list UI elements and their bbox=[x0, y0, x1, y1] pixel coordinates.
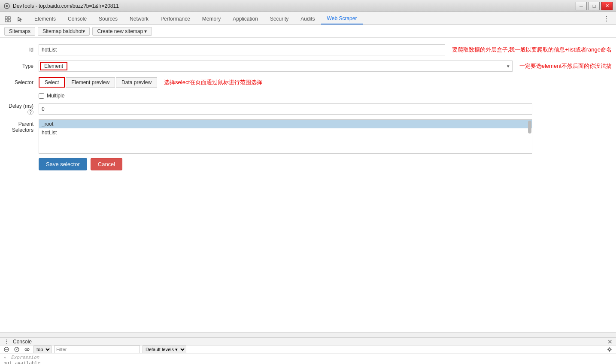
type-select-wrapper[interactable]: Element ▼ bbox=[39, 61, 513, 72]
expression-label: Expression bbox=[11, 355, 39, 360]
console-more-icon[interactable]: ⋮ bbox=[3, 338, 9, 345]
create-new-sitemap-button[interactable]: Create new sitemap ▾ bbox=[92, 27, 152, 36]
tab-performance[interactable]: Performance bbox=[155, 13, 196, 24]
sitemap-dropdown-button[interactable]: Sitemap baiduhot▾ bbox=[38, 27, 90, 36]
devtools-body: Id 要爬取数据的外层盒子,我一般以要爬取的信息+list或者range命名 T… bbox=[0, 38, 616, 337]
toolbar-row: Sitemaps Sitemap baiduhot▾ Create new si… bbox=[0, 25, 616, 38]
console-header: ⋮ Console ✕ bbox=[0, 338, 616, 346]
tab-elements[interactable]: Elements bbox=[28, 13, 62, 24]
console-content: » Expression not available bbox=[0, 354, 616, 364]
cancel-button[interactable]: Cancel bbox=[91, 158, 122, 170]
type-row: Type Element ▼ 一定要选element不然后面的你没法搞 bbox=[4, 60, 612, 72]
svg-rect-2 bbox=[8, 17, 10, 19]
tab-sources[interactable]: Sources bbox=[93, 13, 124, 24]
console-panel: ⋮ Console ✕ top Default leve bbox=[0, 337, 616, 364]
svg-rect-1 bbox=[5, 17, 7, 19]
restore-button[interactable]: □ bbox=[589, 2, 600, 10]
parent-selector-root[interactable]: _root bbox=[39, 120, 532, 128]
tab-network[interactable]: Network bbox=[124, 13, 155, 24]
selector-annotation: 选择select在页面通过鼠标进行范围选择 bbox=[164, 79, 262, 86]
scrollbar-thumb[interactable] bbox=[528, 121, 531, 133]
console-context-select[interactable]: top bbox=[33, 346, 52, 353]
main-area: Id 要爬取数据的外层盒子,我一般以要爬取的信息+list或者range命名 T… bbox=[0, 38, 616, 332]
console-close-button[interactable]: ✕ bbox=[607, 338, 613, 345]
parent-selectors-row: Parent Selectors _root hotList bbox=[4, 119, 612, 154]
sitemaps-button[interactable]: Sitemaps bbox=[4, 27, 35, 36]
filter-input[interactable] bbox=[54, 346, 140, 353]
tab-webscraper[interactable]: Web Scraper bbox=[321, 13, 363, 24]
svg-point-8 bbox=[27, 349, 28, 350]
inspect-icon[interactable] bbox=[3, 14, 13, 24]
devtools-tab-bar: Elements Console Sources Network Perform… bbox=[0, 12, 616, 25]
not-available-text: not available bbox=[3, 360, 40, 364]
title-bar: DevTools - top.baidu.com/buzz?b=1&fr=208… bbox=[0, 0, 616, 12]
type-badge: Element bbox=[40, 62, 67, 70]
close-button[interactable]: ✕ bbox=[601, 2, 613, 10]
tab-application[interactable]: Application bbox=[227, 13, 264, 24]
multiple-label: Multiple bbox=[47, 93, 64, 99]
tab-security[interactable]: Security bbox=[264, 13, 294, 24]
svg-rect-3 bbox=[5, 20, 7, 22]
selector-tab-select[interactable]: Select bbox=[39, 77, 65, 88]
minimize-button[interactable]: ─ bbox=[576, 2, 587, 10]
delay-label: Delay (ms) ? bbox=[4, 103, 39, 115]
save-selector-button[interactable]: Save selector bbox=[39, 158, 87, 170]
tab-console[interactable]: Console bbox=[62, 13, 93, 24]
id-annotation: 要爬取数据的外层盒子,我一般以要爬取的信息+list或者range命名 bbox=[452, 46, 612, 54]
type-label: Type bbox=[4, 63, 39, 69]
delay-help-icon[interactable]: ? bbox=[27, 109, 33, 115]
parent-selector-hotlist[interactable]: hotList bbox=[39, 128, 532, 137]
id-row: Id 要爬取数据的外层盒子,我一般以要爬取的信息+list或者range命名 bbox=[4, 44, 612, 56]
id-label: Id bbox=[4, 47, 39, 53]
delay-input[interactable] bbox=[39, 103, 532, 115]
eye-icon[interactable] bbox=[23, 346, 31, 353]
filter-icon[interactable] bbox=[13, 346, 21, 353]
selector-label: Selector bbox=[4, 79, 39, 85]
action-buttons: Save selector Cancel bbox=[4, 158, 612, 170]
id-input[interactable] bbox=[39, 44, 445, 55]
selector-tab-data-preview[interactable]: Data preview bbox=[116, 77, 157, 88]
multiple-row: Multiple bbox=[4, 93, 612, 99]
console-prompt: » bbox=[3, 355, 6, 360]
console-settings-icon[interactable] bbox=[606, 346, 613, 353]
clear-console-icon[interactable] bbox=[3, 346, 10, 353]
parent-selectors-box[interactable]: _root hotList bbox=[39, 119, 532, 154]
console-title: Console bbox=[13, 339, 32, 345]
selector-tabs: Select Element preview Data preview bbox=[39, 77, 157, 88]
default-levels-select[interactable]: Default levels ▾ bbox=[143, 346, 186, 353]
type-dropdown-arrow: ▼ bbox=[506, 64, 510, 69]
type-annotation: 一定要选element不然后面的你没法搞 bbox=[519, 62, 612, 70]
devtools-icon bbox=[3, 3, 10, 9]
multiple-checkbox[interactable] bbox=[39, 93, 44, 99]
console-toolbar: top Default levels ▾ bbox=[0, 346, 616, 354]
horizontal-scrollbar[interactable] bbox=[0, 332, 616, 337]
more-tabs-icon[interactable]: ⋮ bbox=[600, 13, 613, 24]
delay-row: Delay (ms) ? bbox=[4, 103, 612, 115]
window-controls: ─ □ ✕ bbox=[576, 2, 613, 10]
svg-point-9 bbox=[609, 349, 611, 351]
tab-audits[interactable]: Audits bbox=[294, 13, 321, 24]
tab-memory[interactable]: Memory bbox=[196, 13, 227, 24]
selector-row: Selector Select Element preview Data pre… bbox=[4, 76, 612, 88]
cursor-icon[interactable] bbox=[15, 14, 25, 24]
selector-tab-element-preview[interactable]: Element preview bbox=[66, 77, 115, 88]
svg-rect-4 bbox=[8, 20, 10, 22]
svg-point-6 bbox=[15, 347, 19, 352]
parent-selectors-label: Parent Selectors bbox=[4, 119, 39, 133]
window-title: DevTools - top.baidu.com/buzz?b=1&fr=208… bbox=[13, 3, 576, 9]
